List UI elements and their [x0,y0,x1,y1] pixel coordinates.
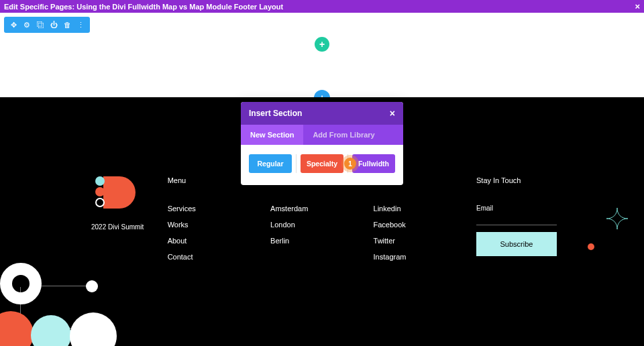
modal-title: Insert Section [249,109,302,118]
fullwidth-section-button[interactable]: 1 Fullwidth [352,154,395,173]
footer-subscribe-column: Stay In Touch Email Subscribe [476,176,557,269]
duplicate-icon[interactable]: ⿻ [35,21,46,29]
footer-social-column: Linkedin Facebook Twitter Instagram [374,176,460,269]
close-icon[interactable]: × [390,108,395,119]
email-field[interactable] [476,216,557,225]
insert-section-modal: Insert Section × New Section Add From Li… [241,102,403,185]
stay-in-touch-heading: Stay In Touch [476,176,557,184]
delete-icon[interactable]: 🗑 [62,21,72,29]
page-title-bar: Edit Specific Pages: Using the Divi Full… [0,0,644,13]
tab-new-section[interactable]: New Section [241,125,303,145]
footer-decoration-shapes [0,251,141,346]
exit-builder-icon[interactable]: × [635,1,640,11]
specialty-section-button[interactable]: Specialty [301,154,343,173]
fullwidth-label: Fullwidth [358,160,389,168]
tab-add-from-library[interactable]: Add From Library [303,125,384,145]
footer-tagline: 2022 Divi Summit [91,223,152,231]
footer-menu-link[interactable]: About [168,237,254,245]
move-icon[interactable]: ✥ [8,21,19,30]
footer-columns: 2022 Divi Summit Menu Services Works Abo… [91,176,557,269]
section-toolbar: ✥ ⚙ ⿻ ⏻ 🗑 ⋮ [4,17,90,33]
footer-location-link[interactable]: London [270,221,357,229]
save-icon[interactable]: ⏻ [48,21,59,29]
add-row-button[interactable]: + [315,37,329,52]
settings-gear-icon[interactable]: ⚙ [21,21,32,30]
separator [296,154,297,173]
footer-location-link[interactable]: Amsterdam [270,205,357,213]
footer-menu-link[interactable]: Works [168,221,254,229]
page-title: Edit Specific Pages: Using the Divi Full… [4,3,635,11]
footer-menu-link[interactable]: Services [168,205,254,213]
dot-decoration-icon [588,243,594,250]
footer-locations-column: Amsterdam London Berlin [270,176,357,269]
step-marker: 1 [344,158,356,170]
modal-header: Insert Section × [241,102,403,125]
email-label: Email [476,205,557,212]
footer-menu-link[interactable]: Contact [168,253,254,261]
modal-body: Regular Specialty 1 Fullwidth [241,145,403,185]
footer-social-link[interactable]: Linkedin [374,205,460,213]
footer-social-link[interactable]: Instagram [374,253,460,261]
diamond-decoration-icon [605,207,629,231]
empty-section: + + [0,13,644,97]
more-vertical-icon[interactable]: ⋮ [75,21,86,30]
regular-section-button[interactable]: Regular [249,154,292,173]
footer-location-link[interactable]: Berlin [270,237,357,245]
modal-tabs: New Section Add From Library [241,125,403,145]
footer-logo-icon [91,176,138,217]
footer-menu-column: Menu Services Works About Contact [168,176,254,269]
subscribe-button[interactable]: Subscribe [476,232,557,256]
footer-social-link[interactable]: Facebook [374,221,460,229]
footer-social-link[interactable]: Twitter [374,237,460,245]
